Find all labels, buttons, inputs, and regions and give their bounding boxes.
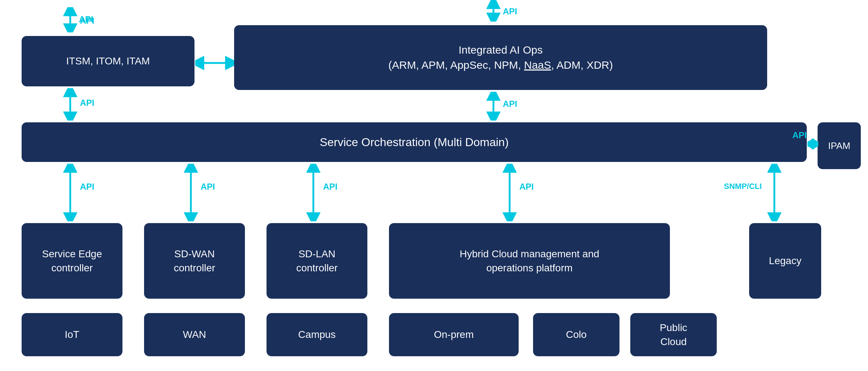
architecture-diagram: API API API ITSM, ITOM, ITAM Integrated … (0, 0, 868, 371)
h-arrow-itsm-aiops (195, 56, 234, 70)
ipam-box: IPAM (818, 122, 861, 169)
api-label-sdwan: API (201, 182, 215, 192)
public-cloud-label: PublicCloud (660, 321, 687, 349)
onprem-box: On-prem (389, 313, 519, 356)
sdwan-label: SD-WANcontroller (174, 247, 215, 275)
public-cloud-box: PublicCloud (630, 313, 717, 356)
legacy-box: Legacy (749, 223, 821, 299)
api-arrow-sdwan (184, 164, 198, 223)
colo-label: Colo (566, 329, 587, 340)
campus-box: Campus (267, 313, 367, 356)
snmpcli-arrow-legacy (767, 164, 782, 223)
itsm-label: ITSM, ITOM, ITAM (66, 55, 150, 67)
onprem-label: On-prem (434, 329, 474, 340)
snmpcli-label: SNMP/CLI (724, 182, 762, 191)
api-arrow-aiops-orch (486, 92, 501, 122)
api-arrow-sec (63, 164, 77, 223)
campus-label: Campus (298, 329, 336, 340)
api-label-sec: API (80, 182, 94, 192)
legacy-label: Legacy (769, 255, 801, 267)
ai-ops-box: Integrated AI Ops (ARM, APM, AppSec, NPM… (234, 25, 767, 90)
service-edge-controller-box: Service Edgecontroller (22, 223, 122, 299)
api-label-hybrid: API (519, 182, 534, 192)
api-arrow-aiops-top (486, 0, 501, 22)
api-arrow-sdlan (306, 164, 321, 223)
itsm-box: ITSM, ITOM, ITAM (22, 36, 194, 86)
iot-box: IoT (22, 313, 122, 356)
api-label-t1: API (80, 16, 94, 26)
api-label-t3: API (80, 98, 94, 108)
iot-label: IoT (65, 329, 79, 340)
service-orch-box: Service Orchestration (Multi Domain) (22, 122, 807, 162)
api-label-t4: API (503, 99, 517, 109)
service-orch-label: Service Orchestration (Multi Domain) (320, 136, 509, 149)
hybrid-label: Hybrid Cloud management andoperations pl… (460, 247, 599, 275)
sdlan-label: SD-LANcontroller (296, 247, 337, 275)
sdlan-controller-box: SD-LANcontroller (267, 223, 367, 299)
api-label-t2: API (503, 6, 517, 17)
api-label-sdlan: API (323, 182, 337, 192)
wan-box: WAN (144, 313, 245, 356)
hybrid-cloud-box: Hybrid Cloud management andoperations pl… (389, 223, 670, 299)
api-arrow-itsm-top: API (63, 7, 77, 32)
ai-ops-label-line1: Integrated AI Ops (388, 42, 613, 58)
wan-label: WAN (183, 329, 206, 340)
ipam-label: IPAM (828, 140, 850, 151)
api-arrow-hybrid (502, 164, 517, 223)
api-label-ipam: API (792, 130, 807, 140)
h-arrow-orch-ipam-container (807, 139, 818, 149)
colo-box: Colo (533, 313, 619, 356)
api-arrow-itsm-orch (63, 88, 77, 122)
sdwan-controller-box: SD-WANcontroller (144, 223, 245, 299)
sec-label: Service Edgecontroller (42, 247, 102, 275)
ai-ops-label-line2: (ARM, APM, AppSec, NPM, NaaS, ADM, XDR) (388, 58, 613, 73)
